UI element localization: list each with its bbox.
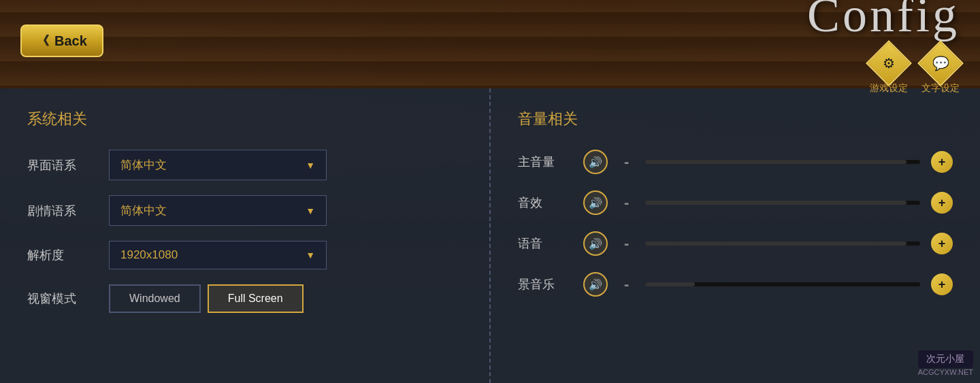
master-volume-icon: 🔊: [583, 150, 608, 174]
volume-section-title: 音量相关: [518, 109, 953, 129]
back-chevron-icon: 《: [37, 33, 49, 49]
voice-volume-row: 语音 🔊 - +: [518, 231, 953, 256]
bgm-volume-fill: [645, 282, 695, 286]
top-bar: 《 Back Config ⚙ 游戏设定 💬 文字设定: [0, 0, 980, 82]
story-language-dropdown[interactable]: 简体中文 ▼: [109, 195, 327, 226]
story-language-row: 剧情语系 简体中文 ▼: [27, 195, 462, 226]
left-section: 系统相关 界面语系 简体中文 ▼ 剧情语系 简体中文 ▼: [0, 88, 491, 383]
right-section: 音量相关 主音量 🔊 - + 音效 🔊 - +: [491, 88, 980, 383]
window-mode-row: 视窗模式 Windowed Full Screen: [27, 284, 462, 313]
sfx-volume-fill: [645, 201, 906, 205]
system-section-title: 系统相关: [27, 109, 462, 129]
master-volume-plus[interactable]: +: [931, 151, 953, 173]
dropdown-arrow-icon: ▼: [306, 160, 315, 171]
back-label: Back: [54, 33, 87, 49]
dropdown-arrow-icon-2: ▼: [306, 205, 315, 216]
master-volume-minus[interactable]: -: [619, 153, 634, 171]
watermark-url: ACGCYXW.NET: [918, 368, 973, 376]
sfx-volume-icon: 🔊: [583, 190, 608, 215]
story-language-control: 简体中文 ▼: [109, 195, 462, 226]
bgm-volume-plus[interactable]: +: [931, 273, 953, 295]
interface-language-row: 界面语系 简体中文 ▼: [27, 150, 462, 180]
watermark-site: 次元小屋: [918, 350, 973, 368]
sfx-volume-track[interactable]: [645, 201, 920, 205]
master-volume-label: 主音量: [518, 154, 572, 170]
game-settings-group[interactable]: ⚙ 游戏设定: [870, 47, 908, 95]
bgm-volume-minus[interactable]: -: [619, 276, 634, 293]
settings-grid: 界面语系 简体中文 ▼ 剧情语系 简体中文 ▼: [27, 150, 462, 313]
voice-volume-fill: [645, 242, 906, 246]
voice-volume-label: 语音: [518, 235, 572, 252]
voice-volume-minus[interactable]: -: [619, 235, 634, 252]
page-title: Config: [807, 0, 960, 44]
voice-volume-track[interactable]: [645, 242, 920, 246]
master-volume-fill: [645, 160, 906, 164]
window-mode-control: Windowed Full Screen: [109, 284, 462, 313]
dropdown-arrow-icon-3: ▼: [306, 250, 315, 261]
title-icons: ⚙ 游戏设定 💬 文字设定: [870, 47, 960, 95]
interface-language-value: 简体中文: [120, 157, 167, 173]
sfx-volume-row: 音效 🔊 - +: [518, 190, 953, 215]
master-volume-track[interactable]: [645, 160, 920, 164]
gear-icon-symbol: ⚙: [883, 55, 895, 71]
chat-icon-symbol: 💬: [932, 55, 949, 71]
bgm-volume-row: 景音乐 🔊 - +: [518, 272, 953, 297]
title-area: Config ⚙ 游戏设定 💬 文字设定: [807, 0, 960, 95]
text-settings-group[interactable]: 💬 文字设定: [921, 47, 960, 95]
sfx-volume-label: 音效: [518, 195, 572, 211]
fullscreen-button[interactable]: Full Screen: [208, 284, 304, 313]
master-volume-row: 主音量 🔊 - +: [518, 150, 953, 174]
bgm-volume-track[interactable]: [645, 282, 920, 286]
interface-language-label: 界面语系: [27, 157, 95, 173]
window-mode-label: 视窗模式: [27, 290, 95, 307]
gear-diamond-icon: ⚙: [866, 40, 912, 86]
windowed-button[interactable]: Windowed: [109, 284, 201, 313]
watermark: 次元小屋 ACGCYXW.NET: [918, 350, 973, 376]
resolution-dropdown[interactable]: 1920x1080 ▼: [109, 241, 327, 269]
story-language-value: 简体中文: [120, 203, 167, 218]
resolution-label: 解析度: [27, 247, 95, 263]
sfx-volume-minus[interactable]: -: [619, 194, 634, 212]
resolution-control: 1920x1080 ▼: [109, 241, 462, 269]
chat-diamond-icon: 💬: [917, 40, 964, 86]
sfx-volume-plus[interactable]: +: [931, 192, 953, 214]
resolution-value: 1920x1080: [120, 248, 178, 262]
volume-rows: 主音量 🔊 - + 音效 🔊 - + 语音 🔊: [518, 150, 953, 297]
main-panel: 系统相关 界面语系 简体中文 ▼ 剧情语系 简体中文 ▼: [0, 88, 980, 383]
interface-language-dropdown[interactable]: 简体中文 ▼: [109, 150, 327, 180]
voice-volume-plus[interactable]: +: [931, 233, 953, 254]
bgm-volume-icon: 🔊: [583, 272, 608, 297]
resolution-row: 解析度 1920x1080 ▼: [27, 241, 462, 269]
voice-volume-icon: 🔊: [583, 231, 608, 256]
bgm-volume-label: 景音乐: [518, 276, 572, 293]
story-language-label: 剧情语系: [27, 203, 95, 219]
back-button[interactable]: 《 Back: [20, 24, 103, 57]
interface-language-control: 简体中文 ▼: [109, 150, 462, 180]
